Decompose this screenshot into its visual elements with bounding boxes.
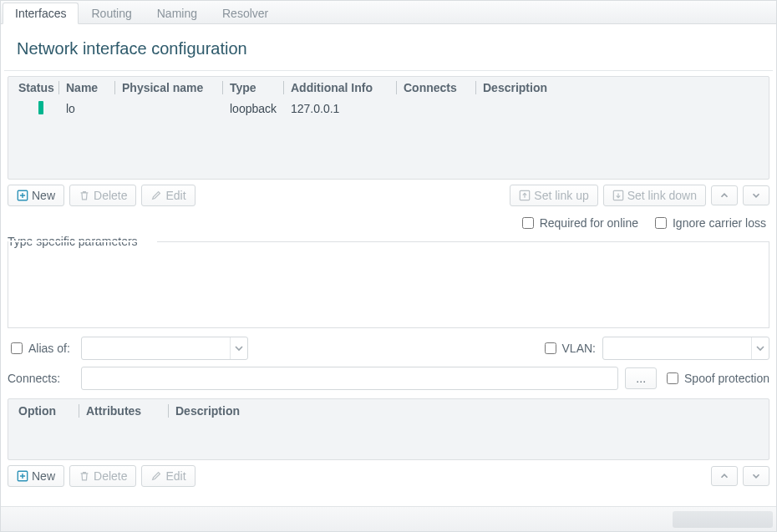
col-name[interactable]: Name	[59, 81, 114, 94]
sub-new-button[interactable]: New	[8, 465, 64, 487]
chevron-down-icon	[750, 190, 762, 201]
trash-icon	[79, 470, 90, 482]
subgrid-header: Option Attributes Description	[8, 399, 769, 423]
subgrid-toolbar: New Delete Edit	[1, 460, 776, 492]
col-type[interactable]: Type	[223, 81, 283, 94]
caret-down-icon	[756, 344, 764, 352]
new-button[interactable]: New	[8, 185, 64, 206]
trash-icon	[79, 190, 90, 201]
table-row[interactable]: lo loopback 127.0.0.1	[8, 99, 769, 119]
sub-edit-button[interactable]: Edit	[141, 465, 195, 487]
vlan-combo[interactable]	[602, 337, 769, 360]
set-link-up-button[interactable]: Set link up	[510, 185, 597, 206]
required-for-online-input[interactable]	[522, 217, 534, 229]
col-physical-name[interactable]: Physical name	[115, 81, 222, 94]
caret-down-icon	[235, 344, 243, 352]
alias-of-check[interactable]: Alias of:	[8, 340, 74, 357]
cell-name: lo	[59, 102, 114, 115]
vlan-dropdown-button[interactable]	[751, 337, 769, 359]
required-for-online-check[interactable]: Required for online	[519, 215, 638, 231]
sub-edit-label: Edit	[165, 469, 185, 483]
connects-field[interactable]	[81, 367, 618, 390]
spoof-protection-check[interactable]: Spoof protection	[663, 370, 769, 387]
connects-row: Connects: ... Spoof protection	[1, 363, 776, 393]
ignore-carrier-loss-label: Ignore carrier loss	[673, 216, 766, 230]
delete-button-label: Delete	[94, 189, 127, 202]
ignore-carrier-loss-check[interactable]: Ignore carrier loss	[652, 215, 766, 231]
edit-button[interactable]: Edit	[141, 185, 195, 206]
tab-resolver[interactable]: Resolver	[210, 3, 281, 23]
col-status[interactable]: Status	[12, 81, 58, 94]
chevron-up-icon	[719, 190, 730, 201]
tab-routing[interactable]: Routing	[79, 3, 144, 23]
set-link-down-label: Set link down	[627, 189, 697, 202]
tab-naming[interactable]: Naming	[145, 3, 210, 23]
col-description[interactable]: Description	[476, 81, 765, 94]
alias-of-dropdown-button[interactable]	[230, 337, 247, 359]
new-button-label: New	[32, 189, 55, 202]
cell-addl: 127.0.0.1	[284, 102, 396, 115]
ignore-carrier-loss-input[interactable]	[655, 217, 667, 229]
subcol-description[interactable]: Description	[169, 404, 765, 418]
alias-of-input[interactable]	[11, 342, 23, 354]
grid-toolbar: New Delete Edit Set link up Set link dow…	[1, 180, 776, 211]
spoof-protection-label: Spoof protection	[684, 372, 769, 385]
grid-header: Status Name Physical name Type Additiona…	[8, 77, 769, 99]
options-row: Required for online Ignore carrier loss	[1, 211, 776, 233]
set-link-up-label: Set link up	[534, 189, 588, 202]
set-link-down-button[interactable]: Set link down	[603, 185, 706, 206]
required-for-online-label: Required for online	[540, 216, 638, 230]
vlan-check[interactable]: VLAN:	[541, 340, 596, 357]
subcol-option[interactable]: Option	[12, 404, 79, 418]
connects-browse-button[interactable]: ...	[625, 367, 657, 389]
arrow-down-box-icon	[612, 190, 624, 201]
cell-status	[12, 101, 58, 117]
arrow-up-box-icon	[519, 190, 531, 201]
alias-of-field[interactable]	[82, 337, 230, 359]
col-additional-info[interactable]: Additional Info	[284, 81, 396, 94]
alias-of-label: Alias of:	[28, 342, 70, 355]
vlan-label: VLAN:	[562, 342, 596, 355]
status-bar	[1, 506, 776, 531]
sub-move-down-button[interactable]	[743, 466, 769, 486]
plus-icon	[17, 190, 28, 201]
vlan-field[interactable]	[603, 337, 751, 359]
plus-icon	[17, 470, 28, 482]
status-up-icon	[38, 101, 43, 114]
type-specific-parameters-box	[8, 241, 769, 328]
pencil-icon	[150, 470, 162, 482]
main-tabs: Interfaces Routing Naming Resolver	[1, 1, 776, 24]
sub-move-up-button[interactable]	[711, 466, 738, 486]
delete-button[interactable]: Delete	[69, 185, 136, 206]
cell-type: loopback	[223, 102, 283, 115]
move-up-button[interactable]	[711, 185, 738, 205]
page-title: Network interface configuration	[4, 24, 773, 71]
sub-new-label: New	[32, 469, 55, 483]
connects-browse-label: ...	[636, 372, 646, 385]
subcol-attributes[interactable]: Attributes	[79, 404, 168, 418]
sub-delete-button[interactable]: Delete	[69, 465, 136, 487]
col-connects[interactable]: Connects	[397, 81, 475, 94]
interface-grid: Status Name Physical name Type Additiona…	[8, 76, 769, 180]
connects-label: Connects:	[8, 372, 74, 385]
sub-delete-label: Delete	[94, 469, 127, 483]
tab-interfaces[interactable]: Interfaces	[3, 3, 79, 24]
options-subgrid: Option Attributes Description	[8, 398, 769, 460]
vlan-input[interactable]	[545, 342, 556, 354]
alias-of-combo[interactable]	[81, 337, 248, 360]
edit-button-label: Edit	[165, 189, 185, 202]
chevron-up-icon	[719, 470, 730, 482]
pencil-icon	[150, 190, 162, 201]
move-down-button[interactable]	[743, 185, 769, 205]
chevron-down-icon	[750, 470, 762, 482]
spoof-protection-input[interactable]	[667, 372, 678, 384]
alias-vlan-row: Alias of: VLAN:	[1, 333, 776, 363]
